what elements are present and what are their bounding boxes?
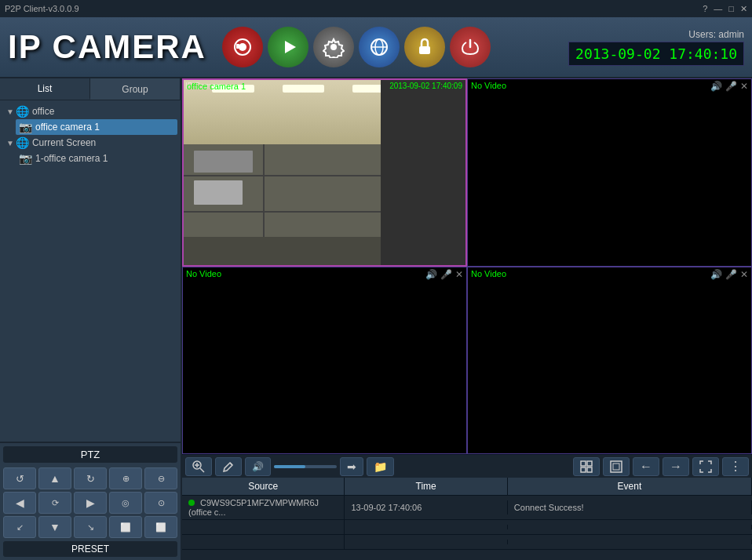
col-time: Time [345, 478, 507, 495]
ptz-iris-close[interactable]: ⊙ [144, 492, 177, 514]
ptz-label: PTZ [3, 446, 177, 463]
svg-rect-17 [587, 467, 592, 472]
office-icon: 🌐 [16, 105, 29, 118]
svg-rect-18 [611, 461, 622, 472]
capture-button[interactable] [603, 457, 630, 476]
main-content: List Group ▼ 🌐 office 📷 office camera 1 … [0, 78, 752, 560]
zoom-button[interactable] [185, 457, 212, 476]
toolbar [222, 27, 491, 67]
draw-button[interactable] [215, 457, 242, 476]
svg-rect-2 [236, 44, 239, 49]
svg-line-13 [230, 463, 232, 465]
more-button[interactable]: ⋮ [722, 457, 749, 476]
event-source-0: C9WS9C5P1MFZVMPWMR6J (office c... [182, 496, 345, 519]
screen-icon: 🌐 [16, 136, 29, 149]
tree-node-office-camera-1[interactable]: 📷 office camera 1 [16, 119, 177, 135]
header: IP CAMERA Users: admin 2013-09-02 17:40:… [0, 17, 752, 78]
maximize-button[interactable]: □ [728, 4, 734, 14]
camera-icon: 📷 [19, 121, 32, 133]
close-icon-3: ✕ [455, 269, 463, 280]
close-icon-4: ✕ [740, 269, 748, 280]
volume-button[interactable]: 🔊 [245, 457, 271, 476]
video-icons-3: 🔊 🎤 ✕ [425, 269, 463, 280]
ptz-down-left[interactable]: ↙ [3, 516, 36, 538]
bottom-toolbar: 🔊 ➡ 📁 ← → ⋮ [182, 454, 752, 478]
video-icons-2: 🔊 🎤 ✕ [710, 81, 748, 92]
ptz-up[interactable]: ▲ [38, 467, 71, 489]
header-right: Users: admin 2013-09-02 17:40:10 [568, 29, 744, 66]
col-source: Source [182, 478, 345, 495]
window-controls[interactable]: ? — □ ✕ [703, 4, 747, 14]
video-grid: office camera 1 2013-09-02 17:40:09 [182, 78, 752, 454]
volume-slider[interactable] [274, 465, 337, 468]
svg-point-1 [239, 43, 246, 51]
event-log: Source Time Event C9WS9C5P1MFZVMPWMR6J (… [182, 478, 752, 560]
mic-icon-4: 🎤 [725, 269, 737, 280]
ptz-focus-out[interactable]: ⊖ [144, 467, 177, 489]
video-icons-4: 🔊 🎤 ✕ [710, 269, 748, 280]
settings-button[interactable] [313, 27, 354, 67]
ptz-iris-open[interactable]: ◎ [109, 492, 142, 514]
ptz-focus-in[interactable]: ⊕ [109, 467, 142, 489]
ptz-left[interactable]: ◀ [3, 492, 36, 514]
app-title: P2P Client-v3.0.0.9 [5, 4, 79, 13]
ptz-down[interactable]: ▼ [38, 516, 71, 538]
titlebar: P2P Client-v3.0.0.9 ? — □ ✕ [0, 0, 752, 17]
svg-rect-14 [581, 461, 586, 466]
network-button[interactable] [359, 27, 400, 67]
col-event: Event [508, 478, 752, 495]
video-cell-3[interactable]: No Video 🔊 🎤 ✕ [182, 267, 467, 455]
power-button[interactable] [450, 27, 491, 67]
sidebar-tabs: List Group [0, 78, 181, 100]
lock-button[interactable] [404, 27, 445, 67]
camera-tree: ▼ 🌐 office 📷 office camera 1 ▼ 🌐 Current… [0, 100, 181, 442]
close-button[interactable]: ✕ [740, 4, 747, 14]
ptz-controls: ↺ ▲ ↻ ⊕ ⊖ ◀ ⟳ ▶ ◎ ⊙ ↙ ▼ ↘ ⬜ ⬜ [3, 467, 177, 538]
ptz-mirror[interactable]: ⬜ [144, 516, 177, 538]
ptz-center[interactable]: ⟳ [38, 492, 71, 514]
back-button[interactable]: ← [633, 457, 659, 476]
minimize-button[interactable]: — [714, 4, 722, 14]
tree-node-screen-1[interactable]: 📷 1-office camera 1 [16, 151, 177, 166]
ptz-zoom-in[interactable]: ↺ [3, 467, 36, 489]
datetime-display: 2013-09-02 17:40:10 [568, 42, 744, 66]
video-cell-1[interactable]: office camera 1 2013-09-02 17:40:09 [182, 78, 467, 267]
preset-label: PRESET [3, 541, 177, 557]
video-cell-2[interactable]: No Video 🔊 🎤 ✕ [467, 78, 752, 267]
fullscreen-button[interactable] [692, 457, 719, 476]
event-row-0[interactable]: C9WS9C5P1MFZVMPWMR6J (office c... 13-09-… [182, 496, 752, 520]
tree-node-office[interactable]: ▼ 🌐 office [3, 104, 177, 119]
video-cell-4[interactable]: No Video 🔊 🎤 ✕ [467, 267, 752, 455]
help-button[interactable]: ? [703, 4, 707, 14]
ptz-right[interactable]: ▶ [74, 492, 107, 514]
stream-button[interactable]: ➡ [340, 457, 363, 476]
event-indicator-0 [188, 500, 195, 506]
logo: IP CAMERA [8, 31, 206, 64]
event-rows: C9WS9C5P1MFZVMPWMR6J (office c... 13-09-… [182, 496, 752, 559]
svg-rect-15 [587, 461, 592, 466]
tree-node-current-screen[interactable]: ▼ 🌐 Current Screen [3, 135, 177, 151]
no-video-label-2: No Video [471, 81, 506, 90]
event-event-0: Connect Success! [508, 500, 752, 515]
close-icon: ✕ [740, 81, 748, 92]
ptz-zoom-out[interactable]: ↻ [74, 467, 107, 489]
ptz-down-right[interactable]: ↘ [74, 516, 107, 538]
svg-line-10 [200, 468, 204, 472]
tab-list[interactable]: List [0, 78, 90, 100]
ptz-flip[interactable]: ⬜ [109, 516, 142, 538]
event-row-2 [182, 535, 752, 550]
forward-button[interactable]: → [663, 457, 689, 476]
svg-rect-19 [613, 464, 619, 470]
mic-icon-3: 🎤 [440, 269, 452, 280]
tab-group[interactable]: Group [90, 78, 181, 100]
ptz-section: PTZ ↺ ▲ ↻ ⊕ ⊖ ◀ ⟳ ▶ ◎ ⊙ ↙ ▼ ↘ ⬜ ⬜ [0, 442, 181, 560]
event-row-1 [182, 520, 752, 535]
play-button[interactable] [268, 27, 308, 67]
no-video-label-3: No Video [186, 269, 221, 278]
grid-button[interactable] [573, 457, 600, 476]
sidebar: List Group ▼ 🌐 office 📷 office camera 1 … [0, 78, 182, 560]
folder-button[interactable]: 📁 [367, 457, 394, 476]
event-time-0: 13-09-02 17:40:06 [345, 500, 507, 515]
camera-button[interactable] [222, 27, 263, 67]
event-header: Source Time Event [182, 478, 752, 496]
